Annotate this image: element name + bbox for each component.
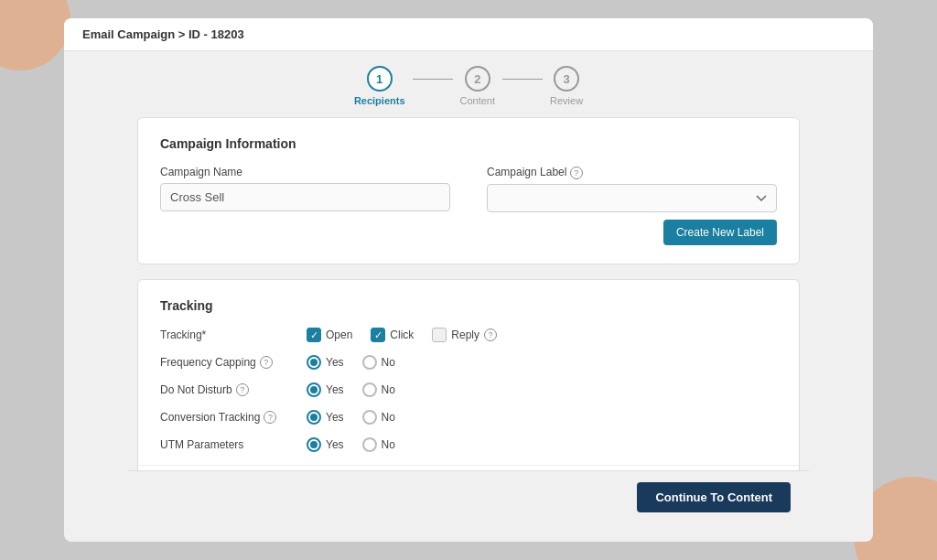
step-recipients[interactable]: 1 Recipients (354, 66, 405, 106)
tracking-options-tracking: ✓ Open ✓ Click Reply ? (307, 328, 777, 342)
checkbox-click-label: Click (390, 328, 414, 341)
dnd-options: Yes No (307, 382, 777, 397)
breadcrumb: Email Campaign > ID - 18203 (64, 18, 873, 51)
create-label-row: Create New Label (160, 220, 777, 245)
conversion-options: Yes No (307, 410, 777, 425)
dnd-no-radio (362, 382, 377, 397)
campaign-label-group: Campaign Label ? (487, 166, 777, 212)
tracking-field-label: Tracking* (160, 328, 307, 341)
campaign-info-card: Campaign Information Campaign Name Campa… (137, 117, 800, 264)
utm-options: Yes No (307, 437, 777, 452)
tracking-row-utm: UTM Parameters Yes No (160, 437, 777, 452)
frequency-no[interactable]: No (362, 355, 395, 370)
step-label-3: Review (550, 95, 583, 106)
checkbox-reply[interactable]: Reply ? (432, 328, 497, 342)
dnd-yes[interactable]: Yes (307, 382, 344, 397)
campaign-label-select[interactable] (487, 184, 777, 212)
reply-help-icon[interactable]: ? (484, 328, 497, 341)
checkbox-open-label: Open (326, 328, 352, 341)
tracking-title: Tracking (160, 298, 777, 313)
dnd-label: Do Not Disturb ? (160, 383, 307, 396)
checkbox-open-box: ✓ (307, 328, 321, 342)
content-area: Campaign Information Campaign Name Campa… (64, 117, 873, 531)
utm-yes[interactable]: Yes (307, 437, 344, 452)
decorative-blob-top-left (0, 0, 70, 70)
utm-label: UTM Parameters (160, 438, 307, 451)
create-label-button[interactable]: Create New Label (663, 220, 777, 245)
frequency-options: Yes No (307, 355, 777, 370)
campaign-info-title: Campaign Information (160, 136, 777, 151)
campaign-label-label: Campaign Label ? (487, 166, 777, 179)
frequency-yes-radio (307, 355, 321, 370)
steps-bar: 1 Recipients 2 Content 3 Review (64, 51, 873, 117)
utm-yes-radio (307, 437, 321, 452)
frequency-yes[interactable]: Yes (307, 355, 344, 370)
campaign-name-input[interactable] (160, 183, 450, 211)
campaign-label-help-icon[interactable]: ? (570, 167, 583, 179)
campaign-name-label: Campaign Name (160, 166, 450, 178)
utm-no-radio (362, 437, 377, 452)
checkbox-click[interactable]: ✓ Click (371, 328, 414, 342)
step-circle-2: 2 (465, 66, 490, 92)
tracking-row-conversion: Conversion Tracking ? Yes No (160, 410, 777, 425)
checkbox-open[interactable]: ✓ Open (307, 328, 352, 342)
step-circle-3: 3 (554, 66, 579, 92)
checkbox-click-box: ✓ (371, 328, 385, 342)
continue-button[interactable]: Continue To Content (637, 482, 791, 512)
frequency-no-radio (362, 355, 377, 370)
step-label-1: Recipients (354, 95, 405, 106)
main-container: Email Campaign > ID - 18203 1 Recipients… (64, 18, 873, 542)
campaign-name-group: Campaign Name (160, 166, 450, 212)
tracking-row-dnd: Do Not Disturb ? Yes No (160, 382, 777, 397)
step-circle-1: 1 (367, 66, 393, 92)
step-label-2: Content (460, 95, 496, 106)
dnd-no[interactable]: No (362, 382, 395, 397)
conversion-help-icon[interactable]: ? (264, 411, 276, 424)
bottom-bar: Continue To Content (128, 470, 809, 523)
tracking-row-tracking: Tracking* ✓ Open ✓ Click Reply ? (160, 328, 777, 342)
conversion-no-radio (362, 410, 377, 425)
conversion-no[interactable]: No (362, 410, 395, 425)
dnd-help-icon[interactable]: ? (236, 383, 249, 396)
conversion-yes-radio (307, 410, 321, 425)
conversion-yes[interactable]: Yes (307, 410, 344, 425)
campaign-form-row: Campaign Name Campaign Label ? (160, 166, 777, 212)
conversion-label: Conversion Tracking ? (160, 411, 307, 424)
dnd-yes-radio (307, 382, 321, 397)
utm-no[interactable]: No (362, 437, 395, 452)
breadcrumb-text: Email Campaign > ID - 18203 (82, 27, 244, 41)
checkbox-reply-label: Reply (451, 328, 479, 341)
tracking-row-frequency: Frequency Capping ? Yes No (160, 355, 777, 370)
step-review[interactable]: 3 Review (550, 66, 583, 106)
frequency-help-icon[interactable]: ? (260, 356, 273, 369)
step-content[interactable]: 2 Content (460, 66, 496, 106)
frequency-label: Frequency Capping ? (160, 356, 307, 369)
checkbox-reply-box (432, 328, 447, 342)
